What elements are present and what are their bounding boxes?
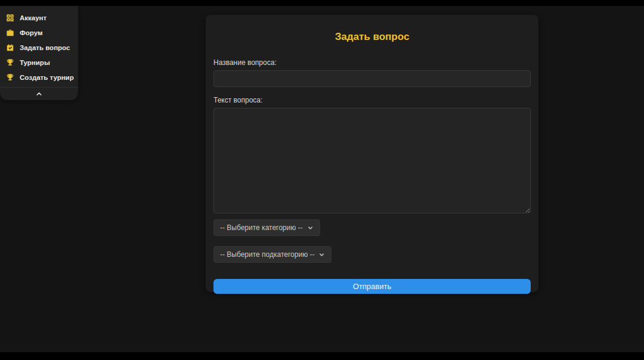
- sidebar-item-create-tournament[interactable]: Создать турнир: [0, 70, 78, 85]
- briefcase-icon: [5, 28, 14, 37]
- bottom-letterbox-bar: [0, 352, 644, 360]
- sidebar-item-label: Турниры: [20, 59, 50, 66]
- grid-icon: [5, 13, 14, 22]
- chevron-up-icon: [35, 90, 43, 98]
- sidebar-item-label: Аккаунт: [20, 14, 47, 21]
- sidebar-item-forum[interactable]: Форум: [0, 25, 78, 40]
- sidebar-item-account[interactable]: Аккаунт: [0, 10, 78, 25]
- category-select[interactable]: -- Выберите категорию --: [213, 219, 320, 236]
- subcategory-select-value: -- Выберите подкатегорию --: [220, 250, 314, 259]
- ask-question-card: Задать вопрос Название вопроса: Текст во…: [206, 15, 538, 292]
- sidebar-collapse-button[interactable]: [0, 87, 78, 100]
- sidebar-item-label: Форум: [20, 29, 42, 36]
- sidebar-menu: Аккаунт Форум Задать вопрос Турниры Созд…: [0, 6, 78, 100]
- category-select-value: -- Выберите категорию --: [220, 224, 303, 232]
- chevron-down-icon: [307, 225, 314, 231]
- chevron-down-icon: [318, 252, 325, 258]
- clipboard-check-icon: [5, 43, 14, 52]
- question-text-label: Текст вопроса:: [213, 96, 531, 104]
- question-text-textarea[interactable]: [213, 108, 531, 213]
- subcategory-select[interactable]: -- Выберите подкатегорию --: [213, 246, 332, 263]
- sidebar-item-ask-question[interactable]: Задать вопрос: [0, 40, 78, 55]
- question-title-input[interactable]: [213, 70, 531, 87]
- trophy-icon: [5, 73, 14, 82]
- sidebar-item-tournaments[interactable]: Турниры: [0, 55, 78, 70]
- sidebar-item-label: Создать турнир: [20, 74, 74, 81]
- sidebar-item-label: Задать вопрос: [20, 44, 70, 51]
- page-title: Задать вопрос: [213, 31, 531, 43]
- top-letterbox-bar: [0, 0, 644, 6]
- trophy-icon: [5, 58, 14, 67]
- submit-button[interactable]: Отправить: [213, 279, 531, 294]
- question-title-label: Название вопроса:: [213, 58, 531, 67]
